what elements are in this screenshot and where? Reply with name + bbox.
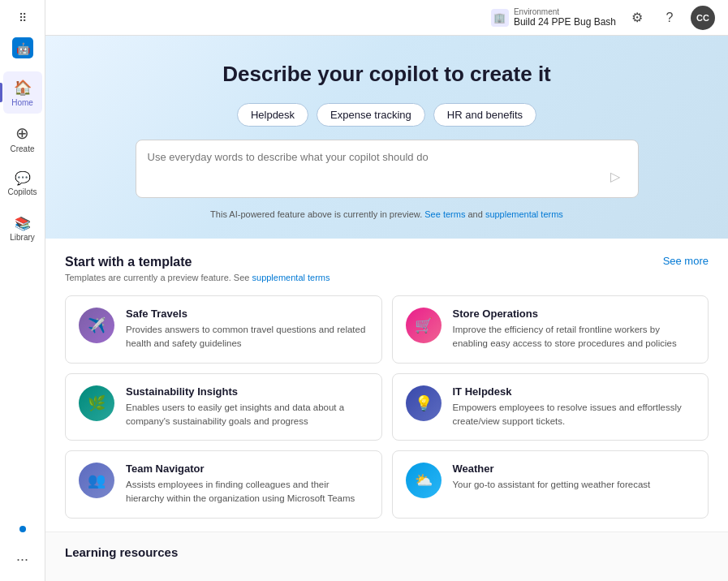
copilot-studio-logo-icon: 🤖 bbox=[12, 37, 33, 58]
sustainability-desc: Enables users to easily get insights and… bbox=[126, 401, 368, 429]
team-navigator-title: Team Navigator bbox=[126, 463, 368, 475]
template-card-safe-travels[interactable]: ✈️ Safe Travels Provides answers to comm… bbox=[65, 295, 382, 364]
main-content: 🏢 Environment Build 24 PPE Bug Bash ⚙ ? … bbox=[45, 0, 728, 581]
see-terms-link[interactable]: See terms bbox=[424, 209, 465, 219]
weather-title: Weather bbox=[453, 463, 651, 475]
suggestion-pills: Helpdesk Expense tracking HR and benefit… bbox=[62, 103, 712, 127]
templates-subtitle: Templates are currently a preview featur… bbox=[65, 273, 709, 282]
topbar: 🏢 Environment Build 24 PPE Bug Bash ⚙ ? … bbox=[45, 0, 728, 36]
safe-travels-icon: ✈️ bbox=[79, 308, 114, 343]
more-options-icon[interactable]: ··· bbox=[16, 551, 28, 568]
team-navigator-icon: 👥 bbox=[79, 463, 114, 498]
home-icon: 🏠 bbox=[14, 79, 32, 97]
template-card-weather[interactable]: ⛅ Weather Your go-to assistant for getti… bbox=[392, 450, 709, 519]
sidebar-library-label: Library bbox=[10, 233, 35, 242]
env-name: Build 24 PPE Bug Bash bbox=[514, 16, 616, 28]
store-operations-desc: Improve the efficiency of retail frontli… bbox=[453, 323, 696, 351]
help-button[interactable]: ? bbox=[658, 6, 681, 29]
grid-menu-icon[interactable]: ⠿ bbox=[11, 6, 34, 29]
store-operations-title: Store Operations bbox=[453, 308, 696, 320]
sustainability-icon: 🌿 bbox=[79, 385, 114, 421]
settings-button[interactable]: ⚙ bbox=[626, 6, 648, 29]
hero-title: Describe your copilot to create it bbox=[62, 62, 712, 87]
send-button[interactable]: ▷ bbox=[604, 165, 627, 187]
library-icon: 📚 bbox=[15, 216, 31, 231]
pill-hr-benefits[interactable]: HR and benefits bbox=[433, 103, 536, 127]
sidebar-item-home[interactable]: 🏠 Home bbox=[3, 71, 42, 114]
create-icon: ⊕ bbox=[15, 123, 29, 143]
env-label: Environment bbox=[514, 7, 616, 16]
it-helpdesk-icon: 💡 bbox=[406, 385, 442, 421]
pill-helpdesk[interactable]: Helpdesk bbox=[237, 103, 308, 127]
learning-section: Learning resources bbox=[45, 532, 728, 572]
app-logo: 🤖 bbox=[11, 34, 35, 62]
weather-desc: Your go-to assistant for getting weather… bbox=[453, 478, 651, 492]
sidebar-item-copilots[interactable]: 💬 Copilots bbox=[3, 162, 42, 204]
environment-icon: 🏢 bbox=[491, 9, 509, 27]
svg-text:🤖: 🤖 bbox=[16, 42, 31, 56]
template-card-store-operations[interactable]: 🛒 Store Operations Improve the efficienc… bbox=[392, 295, 709, 364]
sidebar-item-create[interactable]: ⊕ Create bbox=[3, 117, 42, 159]
environment-info: 🏢 Environment Build 24 PPE Bug Bash bbox=[491, 7, 616, 28]
template-card-it-helpdesk[interactable]: 💡 IT Helpdesk Empowers employees to reso… bbox=[392, 373, 709, 441]
supplemental-terms-link[interactable]: supplemental terms bbox=[485, 209, 563, 219]
sidebar: ⠿ 🤖 🏠 Home ⊕ Create 💬 Copilots 📚 Library… bbox=[0, 0, 45, 581]
safe-travels-desc: Provides answers to common travel questi… bbox=[126, 323, 368, 351]
sidebar-copilots-label: Copilots bbox=[7, 187, 37, 196]
templates-section: Start with a template See more Templates… bbox=[45, 239, 728, 532]
templates-supplemental-link[interactable]: supplemental terms bbox=[252, 273, 330, 282]
template-card-team-navigator[interactable]: 👥 Team Navigator Assists employees in fi… bbox=[65, 450, 382, 519]
template-card-sustainability[interactable]: 🌿 Sustainability Insights Enables users … bbox=[65, 373, 382, 441]
team-navigator-desc: Assists employees in finding colleagues … bbox=[126, 478, 368, 506]
copilots-icon: 💬 bbox=[15, 170, 31, 186]
disclaimer-text: This AI-powered feature above is current… bbox=[136, 209, 639, 219]
sidebar-item-library[interactable]: 📚 Library bbox=[3, 208, 42, 250]
sidebar-create-label: Create bbox=[10, 144, 34, 153]
see-more-link[interactable]: See more bbox=[663, 255, 709, 267]
weather-icon: ⛅ bbox=[406, 463, 442, 498]
copilot-description-input-box: ▷ bbox=[136, 140, 639, 198]
template-cards-grid: ✈️ Safe Travels Provides answers to comm… bbox=[65, 295, 709, 519]
hero-section: Describe your copilot to create it Helpd… bbox=[45, 36, 728, 239]
templates-title: Start with a template bbox=[65, 255, 192, 269]
safe-travels-title: Safe Travels bbox=[126, 308, 368, 320]
it-helpdesk-title: IT Helpdesk bbox=[453, 385, 696, 398]
sustainability-title: Sustainability Insights bbox=[126, 385, 368, 398]
learning-title: Learning resources bbox=[65, 545, 709, 559]
avatar[interactable]: CC bbox=[691, 6, 715, 30]
sidebar-home-label: Home bbox=[11, 98, 33, 107]
pill-expense-tracking[interactable]: Expense tracking bbox=[317, 103, 425, 127]
store-operations-icon: 🛒 bbox=[406, 308, 442, 343]
templates-header: Start with a template See more bbox=[65, 255, 709, 269]
copilot-description-input[interactable] bbox=[148, 151, 604, 187]
notification-dot bbox=[19, 526, 26, 532]
it-helpdesk-desc: Empowers employees to resolve issues and… bbox=[453, 401, 696, 429]
